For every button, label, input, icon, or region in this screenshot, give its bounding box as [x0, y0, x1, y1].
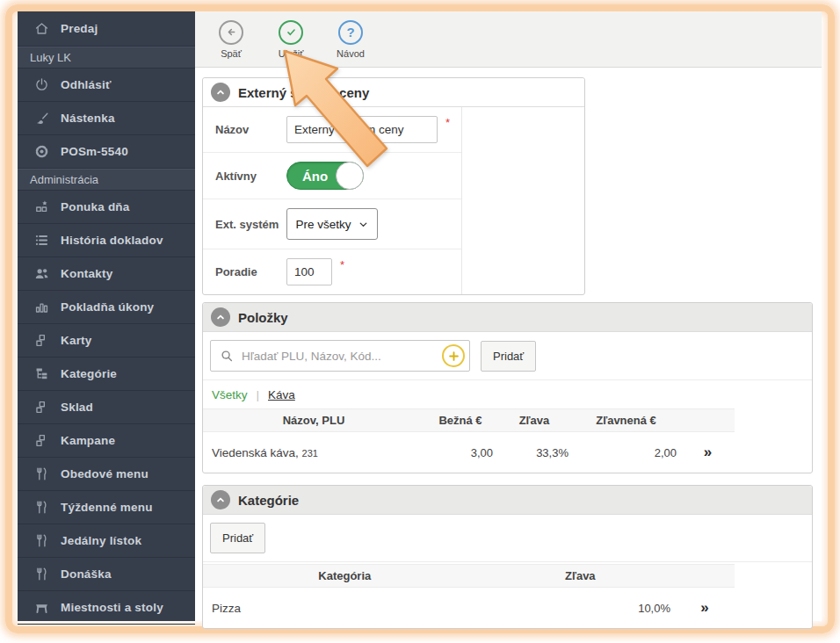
sidebar-item-historia-dokladov[interactable]: História dokladov	[18, 224, 195, 257]
cutlery-icon	[32, 566, 51, 583]
external-price-system-panel: Externý systém ceny Názov * Aktívny Áno	[202, 77, 585, 295]
sidebar-item-tyzdenne-menu[interactable]: Týždenné menu	[18, 491, 195, 524]
sidebar-item-posm-5540[interactable]: POSm-5540	[18, 135, 195, 169]
help-button[interactable]: ? Návod	[327, 20, 374, 59]
panel-header-items: Položky	[203, 303, 812, 332]
nazov-label: Názov	[215, 123, 286, 136]
items-add-button[interactable]: Pridať	[481, 341, 536, 372]
item-name-cell: Viedenská káva, 231	[203, 432, 424, 473]
panel-header-categories: Kategórie	[203, 486, 812, 515]
screenshot-viewport: PredajLuky LKOdhlásiťNástenkaPOSm-5540Ad…	[0, 0, 840, 643]
filter-separator: |	[257, 388, 260, 401]
sidebar-item-label: História dokladov	[61, 234, 163, 247]
sidebar-item-odhlasit[interactable]: Odhlásiť	[18, 69, 195, 102]
save-button-label: Uložiť	[279, 48, 304, 59]
ext-system-select[interactable]: Pre všetky	[286, 208, 378, 240]
column-header-zlavnena: Zľavnená €	[572, 409, 680, 432]
sidebar-item-predaj[interactable]: Predaj	[18, 11, 195, 47]
column-header-bezna: Bežná €	[424, 409, 496, 432]
back-button-label: Späť	[221, 48, 242, 59]
sidebar-item-donaska[interactable]: Donáška	[18, 558, 195, 591]
panel-title: Kategórie	[238, 493, 299, 508]
collapse-icon[interactable]	[211, 490, 230, 509]
sidebar-item-label: Nástenka	[61, 112, 115, 125]
people-icon	[32, 265, 51, 283]
sidebar-item-kampane[interactable]: Kampane	[18, 424, 195, 458]
back-button[interactable]: Späť	[207, 20, 255, 59]
cutlery-icon	[32, 466, 51, 483]
form-row-poradie: Poradie *	[203, 249, 461, 294]
sidebar-section-label: Administrácia	[30, 173, 98, 186]
form-row-ext-system: Ext. systém Pre všetky	[203, 199, 461, 249]
filter-tab-kava[interactable]: Káva	[268, 388, 295, 401]
chevron-down-icon	[358, 219, 369, 230]
aktivny-label: Aktívny	[215, 170, 286, 183]
collapse-icon[interactable]	[211, 307, 230, 327]
sidebar-section-luky-lk: Luky LK	[18, 47, 195, 69]
column-header-kategoria: Kategória	[203, 565, 487, 588]
sidebar-item-label: Predaj	[61, 22, 98, 35]
sidebar-item-miestnosti-a-stoly[interactable]: Miestnosti a stoly	[18, 591, 195, 625]
form-row-nazov: Názov *	[203, 107, 461, 153]
poradie-label: Poradie	[215, 265, 286, 278]
toggle-knob	[336, 162, 364, 190]
content: Externý systém ceny Názov * Aktívny Áno	[195, 68, 822, 629]
sidebar-item-sklad[interactable]: Sklad	[18, 391, 195, 424]
nazov-input[interactable]	[286, 116, 438, 143]
save-button[interactable]: Uložiť	[267, 20, 315, 59]
sidebar-item-label: Kategórie	[61, 367, 117, 380]
items-table-header-row: Názov, PLUBežná €ZľavaZľavnená €	[203, 409, 735, 432]
items-table: Názov, PLUBežná €ZľavaZľavnená € Viedens…	[203, 408, 735, 473]
sidebar-item-nastenka[interactable]: Nástenka	[18, 102, 195, 135]
panel-title: Položky	[238, 310, 288, 325]
cutlery-icon	[32, 499, 51, 517]
sidebar-item-label: Odhlásiť	[61, 78, 112, 91]
category-discount-percent: 10,0%	[487, 588, 675, 629]
required-marker: *	[340, 258, 344, 271]
sidebar-item-label: POSm-5540	[61, 145, 128, 158]
sidebar-item-label: Kampane	[61, 434, 115, 447]
add-item-plus-icon[interactable]	[442, 344, 465, 367]
items-filters: Všetky|Káva	[203, 380, 812, 407]
sidebar-section-administracia: Administrácia	[18, 169, 195, 191]
category-name-cell: Pizza	[203, 588, 487, 629]
table-icon	[32, 599, 51, 617]
home-icon	[32, 20, 51, 38]
sidebar-item-kategorie[interactable]: Kategórie	[18, 358, 195, 391]
categories-table-header-row: KategóriaZľava	[203, 565, 735, 588]
sidebar-item-label: Týždenné menu	[61, 501, 153, 514]
item-open-chevrons-icon[interactable]: »	[680, 432, 735, 473]
sidebar-item-kontakty[interactable]: Kontakty	[18, 257, 195, 291]
power-icon	[32, 76, 51, 94]
sidebar-item-pokladna-ukony[interactable]: Pokladňa úkony	[18, 291, 195, 324]
search-input[interactable]	[242, 350, 442, 363]
categories-add-button[interactable]: Pridať	[210, 523, 265, 553]
sidebar-item-karty[interactable]: Karty	[18, 324, 195, 358]
sidebar-item-jedalny-listok[interactable]: Jedálny lístok	[18, 524, 195, 558]
items-search-row: Pridať	[203, 332, 812, 380]
sidebar: PredajLuky LKOdhlásiťNástenkaPOSm-5540Ad…	[18, 11, 195, 621]
categories-panel: Kategórie Pridať KategóriaZľava Pizza10,…	[202, 485, 813, 629]
collapse-icon[interactable]	[211, 83, 230, 102]
column-header-zlava: Zľava	[496, 409, 572, 432]
required-marker: *	[445, 116, 450, 129]
question-icon: ?	[338, 20, 363, 45]
cutlery-icon	[32, 532, 51, 550]
form-row-aktivny: Aktívny Áno	[203, 153, 461, 199]
items-table-row: Viedenská káva, 2313,0033,3%2,00»	[203, 432, 735, 473]
category-open-chevrons-icon[interactable]: »	[674, 588, 735, 629]
filter-tab-vsetky[interactable]: Všetky	[212, 388, 248, 401]
categories-table-row: Pizza10,0%»	[203, 588, 735, 629]
tree-icon	[32, 365, 51, 383]
sidebar-item-obedove-menu[interactable]: Obedové menu	[18, 458, 195, 491]
active-toggle[interactable]: Áno	[286, 162, 364, 190]
panel-title: Externý systém ceny	[238, 85, 369, 100]
poradie-input[interactable]	[286, 258, 332, 285]
sidebar-item-ponuka-dna[interactable]: Ponuka dňa	[18, 191, 195, 224]
box-star-icon	[32, 199, 51, 216]
column-header-actions	[674, 565, 735, 588]
items-panel: Položky Pridať Všetky|Káva	[202, 302, 813, 473]
column-header-nazov-plu: Názov, PLU	[203, 409, 424, 432]
panel-header-external-system: Externý systém ceny	[203, 78, 584, 107]
app-window: PredajLuky LKOdhlásiťNástenkaPOSm-5540Ad…	[18, 11, 822, 621]
